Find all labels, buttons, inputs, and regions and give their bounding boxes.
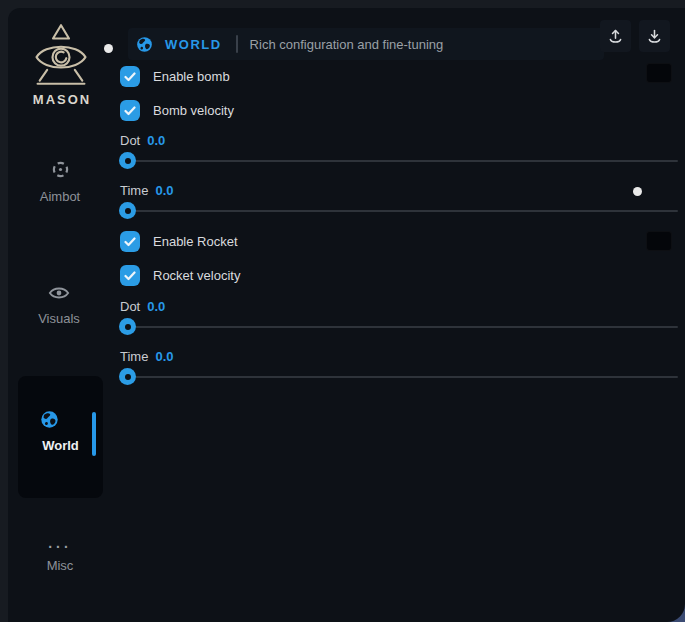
keybind-button-enable-bomb[interactable] <box>646 63 672 83</box>
slider-caption: Time 0.0 <box>120 183 173 198</box>
check-icon <box>124 106 136 116</box>
upload-icon <box>607 28 624 45</box>
menu-window: MASON Aimbot Visuals World ... Misc <box>8 8 685 622</box>
brand-name: MASON <box>22 92 102 107</box>
checkbox-enable-rocket[interactable] <box>120 231 140 252</box>
slider-thumb-bomb-time[interactable] <box>119 202 136 219</box>
download-config-button[interactable] <box>639 20 670 52</box>
cursor-dot <box>104 44 113 53</box>
sidebar-item-label: World <box>18 438 103 453</box>
slider-value: 0.0 <box>155 183 173 198</box>
crosshair-icon <box>51 160 70 179</box>
slider-thumb-rocket-time[interactable] <box>119 368 136 385</box>
sidebar-item-misc[interactable]: ... Misc <box>18 534 102 573</box>
checkbox-row-bomb-velocity: Bomb velocity <box>120 100 234 121</box>
checkbox-bomb-velocity[interactable] <box>120 100 140 121</box>
globe-icon <box>136 36 153 53</box>
sidebar-item-label: Aimbot <box>18 189 102 204</box>
slider-name: Dot <box>120 133 140 148</box>
upload-config-button[interactable] <box>600 20 631 52</box>
check-icon <box>124 72 136 82</box>
sidebar-item-world[interactable] <box>18 376 103 498</box>
eye-pyramid-logo-icon <box>24 22 98 88</box>
checkbox-enable-bomb[interactable] <box>120 66 140 87</box>
slider-value: 0.0 <box>147 299 165 314</box>
checkbox-row-rocket-velocity: Rocket velocity <box>120 265 240 286</box>
checkbox-label: Enable Rocket <box>153 234 238 249</box>
slider-caption: Dot 0.0 <box>120 133 165 148</box>
sidebar-item-aimbot[interactable]: Aimbot <box>18 160 102 204</box>
active-indicator-bar <box>92 412 96 456</box>
slider-name: Time <box>120 349 148 364</box>
thumb-dot <box>125 324 131 330</box>
slider-thumb-rocket-dot[interactable] <box>119 318 136 335</box>
slider-thumb-bomb-dot[interactable] <box>119 152 136 169</box>
sidebar-item-label: Visuals <box>17 311 101 326</box>
ellipsis-icon: ... <box>48 535 72 551</box>
download-icon <box>646 28 663 45</box>
slider-name: Dot <box>120 299 140 314</box>
brand-logo <box>24 22 98 88</box>
checkbox-row-enable-rocket: Enable Rocket <box>120 231 238 252</box>
checkbox-label: Enable bomb <box>153 69 230 84</box>
slider-caption: Dot 0.0 <box>120 299 165 314</box>
thumb-dot <box>125 208 131 214</box>
cursor-dot <box>633 187 642 196</box>
globe-icon <box>40 410 59 433</box>
checkbox-label: Rocket velocity <box>153 268 240 283</box>
thumb-dot <box>125 158 131 164</box>
slider-name: Time <box>120 183 148 198</box>
keybind-button-enable-rocket[interactable] <box>646 231 672 251</box>
slider-track-rocket-time[interactable] <box>128 376 678 378</box>
header-tab-bar: WORLD Rich configuration and fine-tuning <box>128 28 604 60</box>
header-divider <box>236 35 238 53</box>
active-tab-title[interactable]: WORLD <box>165 37 222 52</box>
sidebar-item-visuals[interactable]: Visuals <box>17 285 101 326</box>
slider-value: 0.0 <box>147 133 165 148</box>
check-icon <box>124 271 136 281</box>
checkbox-row-enable-bomb: Enable bomb <box>120 66 230 87</box>
slider-track-bomb-dot[interactable] <box>128 160 678 162</box>
thumb-dot <box>125 374 131 380</box>
checkbox-rocket-velocity[interactable] <box>120 265 140 286</box>
slider-track-bomb-time[interactable] <box>128 210 678 212</box>
slider-caption: Time 0.0 <box>120 349 173 364</box>
header-subtitle: Rich configuration and fine-tuning <box>250 37 444 52</box>
checkbox-label: Bomb velocity <box>153 103 234 118</box>
check-icon <box>124 237 136 247</box>
eye-icon <box>48 285 70 301</box>
sidebar-item-label: Misc <box>18 558 102 573</box>
slider-track-rocket-dot[interactable] <box>128 326 678 328</box>
slider-value: 0.0 <box>155 349 173 364</box>
